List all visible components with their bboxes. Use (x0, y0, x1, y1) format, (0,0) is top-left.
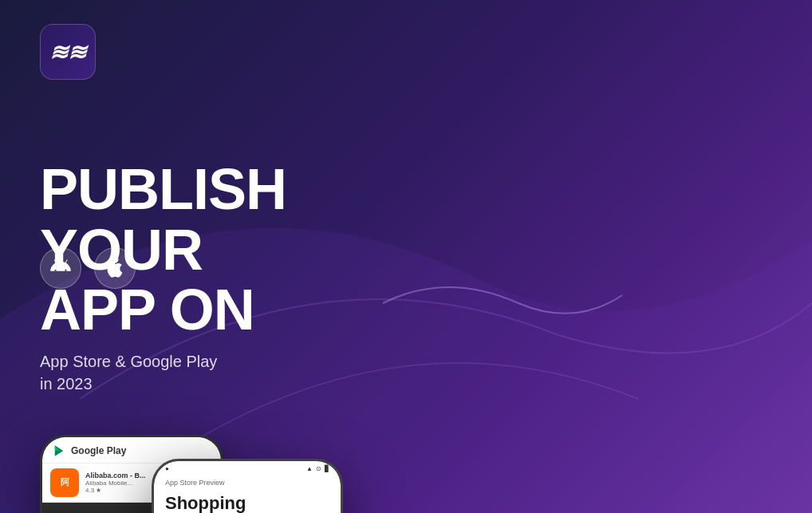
appstore-status-bar: ● ▲ ⊙ ▊ (154, 461, 341, 477)
android-icon (49, 257, 72, 279)
appstore-phone: ● ▲ ⊙ ▊ App Store Preview Shopping iPhon… (152, 459, 343, 513)
appstore-screen: ● ▲ ⊙ ▊ App Store Preview Shopping iPhon… (154, 461, 341, 513)
apple-icon (104, 257, 126, 279)
wifi-icon: ⊙ (316, 465, 321, 472)
logo-icon: ≋≋ (49, 39, 86, 65)
subtitle-text: App Store & Google Play in 2023 (40, 350, 383, 395)
gplay-logo-icon (52, 444, 66, 458)
gplay-title-text: Google Play (71, 445, 126, 456)
status-icons: ▲ ⊙ ▊ (306, 465, 329, 472)
logo-container: ≋≋ (40, 24, 96, 80)
alibaba-icon: 阿 (50, 468, 79, 497)
phones-container: Google Play 阿 Alibaba.com - B... Alibaba… (0, 419, 351, 513)
appstore-preview-label: App Store Preview (154, 477, 341, 491)
signal-icon: ▲ (306, 465, 313, 472)
appstore-title: Shopping (154, 491, 341, 513)
battery-icon: ▊ (325, 465, 329, 472)
platform-icons (40, 247, 812, 289)
android-icon-badge (40, 247, 81, 289)
apple-icon-badge (94, 247, 136, 289)
status-time: ● (165, 465, 169, 472)
